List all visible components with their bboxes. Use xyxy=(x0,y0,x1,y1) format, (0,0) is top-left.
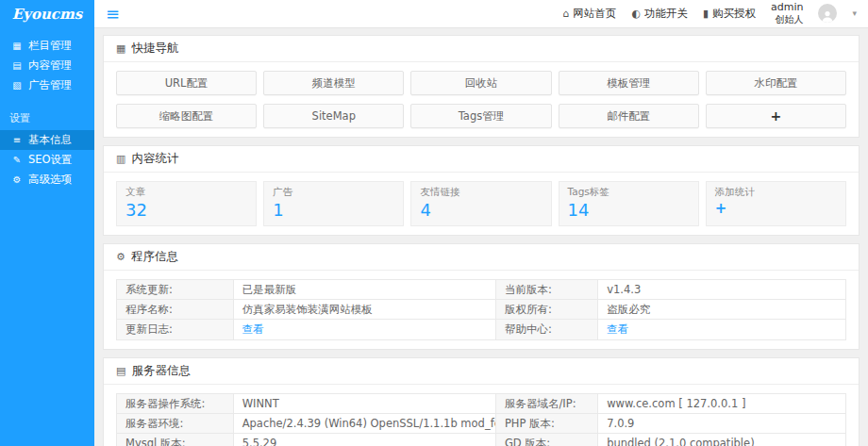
mail-config-button[interactable]: 邮件配置 xyxy=(559,104,699,128)
stat-articles[interactable]: 文章 32 xyxy=(116,181,257,226)
sidebar-item-column-manage[interactable]: ▦ 栏目管理 xyxy=(0,36,94,56)
info-value: 7.0.9 xyxy=(598,414,846,434)
user-role: 创始人 xyxy=(771,14,803,25)
watermark-config-button[interactable]: 水印配置 xyxy=(706,71,846,95)
nav-label: 购买授权 xyxy=(712,7,756,21)
table-row: 更新日志: 查看 帮助中心: 查看 xyxy=(117,320,846,339)
program-info-table: 系统更新: 已是最新版 当前版本: v1.4.3 程序名称: 仿真家易装饰装潢网… xyxy=(116,279,846,340)
stat-label: 添加统计 xyxy=(715,186,837,199)
info-label: 当前版本: xyxy=(495,279,597,299)
sidebar-menu: ▦ 栏目管理 ▤ 内容管理 ▧ 广告管理 设置 ≡ 基本信息 ✎ SEO设置 ⚙… xyxy=(0,36,94,190)
info-value: bundled (2.1.0 compatible) xyxy=(598,434,846,446)
ad-icon: ▧ xyxy=(11,80,23,91)
info-label: 版权所有: xyxy=(495,299,597,319)
sitemap-button[interactable]: SiteMap xyxy=(263,104,404,128)
toggle-icon: ◐ xyxy=(631,8,641,20)
gear-icon: ⚙ xyxy=(116,251,125,263)
table-row: 服务器环境: Apache/2.4.39 (Win64) OpenSSL/1.1… xyxy=(117,414,846,434)
stat-value: 32 xyxy=(125,200,247,221)
user-menu[interactable]: admin 创始人 xyxy=(771,2,803,25)
info-value: 5.5.29 xyxy=(233,434,495,446)
seo-icon: ✎ xyxy=(11,155,23,165)
info-label: 更新日志: xyxy=(117,320,234,339)
stat-label: 广告 xyxy=(273,186,394,199)
nav-site-home[interactable]: ⌂ 网站首页 xyxy=(562,7,616,21)
template-manage-button[interactable]: 模板管理 xyxy=(559,71,699,95)
add-shortcut-button[interactable]: + xyxy=(706,104,846,128)
program-info-body: 系统更新: 已是最新版 当前版本: v1.4.3 程序名称: 仿真家易装饰装潢网… xyxy=(104,271,859,349)
server-info-table: 服务器操作系统: WINNT 服务器域名/IP: www.ce.com [ 12… xyxy=(116,393,846,446)
stat-label: 文章 xyxy=(125,186,247,199)
sidebar-item-label: 高级选项 xyxy=(28,173,72,187)
info-label: 服务器操作系统: xyxy=(117,393,234,413)
help-center-view-link[interactable]: 查看 xyxy=(607,322,628,336)
sidebar-item-label: 内容管理 xyxy=(28,58,72,73)
server-info-card: ▤ 服务器信息 服务器操作系统: WINNT 服务器域名/IP: www.ce.… xyxy=(103,357,860,446)
sidebar-item-label: 栏目管理 xyxy=(28,39,72,53)
card-title: 内容统计 xyxy=(131,151,178,167)
quicknav-header: ▦ 快捷导航 xyxy=(104,36,859,62)
avatar[interactable] xyxy=(818,4,837,23)
sidebar-item-basic-info[interactable]: ≡ 基本信息 xyxy=(0,130,94,150)
info-value: v1.4.3 xyxy=(598,279,846,299)
stat-ads[interactable]: 广告 1 xyxy=(263,181,404,226)
advanced-icon: ⚙ xyxy=(11,174,23,185)
topbar: ≡ ⌂ 网站首页 ◐ 功能开关 ▮ 购买授权 admin 创始人 ▾ xyxy=(94,0,868,28)
logo[interactable]: Eyoucms xyxy=(0,0,94,28)
recycle-bin-button[interactable]: 回收站 xyxy=(410,71,551,95)
user-name: admin xyxy=(771,2,803,14)
channel-model-button[interactable]: 频道模型 xyxy=(263,71,404,95)
sidebar-item-label: 基本信息 xyxy=(28,133,72,147)
thumbnail-config-button[interactable]: 缩略图配置 xyxy=(116,104,257,128)
nav-label: 功能开关 xyxy=(644,7,688,21)
stat-tags[interactable]: Tags标签 14 xyxy=(559,181,699,226)
info-value: 仿真家易装饰装潢网站模板 xyxy=(233,299,495,319)
server-info-body: 服务器操作系统: WINNT 服务器域名/IP: www.ce.com [ 12… xyxy=(104,385,859,446)
hamburger-icon[interactable]: ≡ xyxy=(106,6,120,23)
bar-chart-icon: ▥ xyxy=(116,153,125,165)
table-row: 系统更新: 已是最新版 当前版本: v1.4.3 xyxy=(117,279,846,299)
nav-buy-license[interactable]: ▮ 购买授权 xyxy=(703,7,756,21)
sidebar-section-settings: 设置 xyxy=(0,107,94,130)
info-label: GD 版本: xyxy=(495,434,597,446)
nav-feature-switch[interactable]: ◐ 功能开关 xyxy=(631,7,688,21)
card-title: 快捷导航 xyxy=(131,41,178,57)
server-icon: ▤ xyxy=(116,365,125,377)
basic-info-icon: ≡ xyxy=(11,135,23,145)
info-value: 已是最新版 xyxy=(233,279,495,299)
info-value: Apache/2.4.39 (Win64) OpenSSL/1.1.1b mod… xyxy=(233,414,495,434)
column-icon: ▦ xyxy=(11,41,23,51)
tags-manage-button[interactable]: Tags管理 xyxy=(410,104,551,128)
table-row: Mysql 版本: 5.5.29 GD 版本: bundled (2.1.0 c… xyxy=(117,434,846,446)
stat-add[interactable]: 添加统计 + xyxy=(706,181,846,226)
info-label: 程序名称: xyxy=(117,299,234,319)
info-value: WINNT xyxy=(233,393,495,413)
quicknav-grid: URL配置 频道模型 回收站 模板管理 水印配置 缩略图配置 SiteMap T… xyxy=(116,71,846,128)
bookmark-icon: ▮ xyxy=(703,8,709,20)
stats-header: ▥ 内容统计 xyxy=(104,146,859,173)
table-row: 服务器操作系统: WINNT 服务器域名/IP: www.ce.com [ 12… xyxy=(117,393,846,413)
stats-body: 文章 32 广告 1 友情链接 4 Tags标签 14 添加统计 + xyxy=(104,173,859,235)
sidebar-item-ad-manage[interactable]: ▧ 广告管理 xyxy=(0,75,94,95)
add-stat-button[interactable]: + xyxy=(715,200,837,217)
sidebar-item-seo-settings[interactable]: ✎ SEO设置 xyxy=(0,150,94,170)
main-content: ▦ 快捷导航 URL配置 频道模型 回收站 模板管理 水印配置 缩略图配置 Si… xyxy=(94,28,868,446)
stat-friend-links[interactable]: 友情链接 4 xyxy=(410,181,551,226)
table-row: 程序名称: 仿真家易装饰装潢网站模板 版权所有: 盗版必究 xyxy=(117,299,846,319)
server-info-header: ▤ 服务器信息 xyxy=(104,358,859,385)
topbar-right: ⌂ 网站首页 ◐ 功能开关 ▮ 购买授权 admin 创始人 ▾ xyxy=(562,2,857,25)
card-title: 服务器信息 xyxy=(131,363,191,379)
info-label: PHP 版本: xyxy=(495,414,597,434)
changelog-view-link[interactable]: 查看 xyxy=(242,322,264,336)
url-config-button[interactable]: URL配置 xyxy=(116,71,257,95)
stat-value: 4 xyxy=(420,200,542,221)
content-icon: ▤ xyxy=(11,60,23,71)
stats-grid: 文章 32 广告 1 友情链接 4 Tags标签 14 添加统计 + xyxy=(116,181,846,226)
sidebar-item-label: 广告管理 xyxy=(28,78,72,92)
chevron-down-icon[interactable]: ▾ xyxy=(852,8,857,18)
info-label: 系统更新: xyxy=(117,279,234,299)
sidebar-item-content-manage[interactable]: ▤ 内容管理 xyxy=(0,56,94,75)
program-info-card: ⚙ 程序信息 系统更新: 已是最新版 当前版本: v1.4.3 程序名称: 仿真… xyxy=(103,243,860,350)
sidebar-item-label: SEO设置 xyxy=(28,153,73,167)
sidebar-item-advanced-options[interactable]: ⚙ 高级选项 xyxy=(0,170,94,190)
